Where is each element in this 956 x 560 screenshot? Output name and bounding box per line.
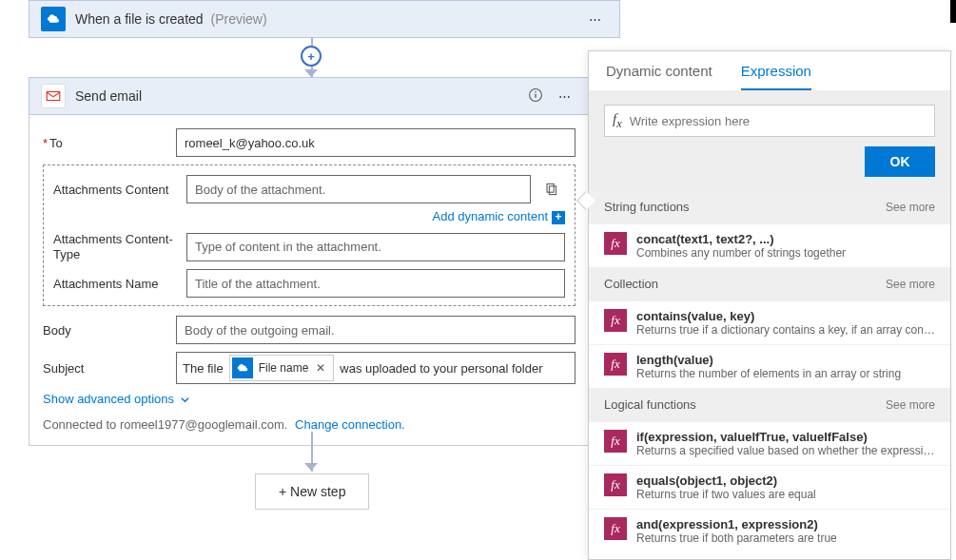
- svg-rect-4: [547, 183, 554, 192]
- expression-panel: Dynamic content Expression fx OK String …: [588, 50, 951, 560]
- onedrive-icon: [232, 357, 253, 378]
- change-connection-link[interactable]: Change connection.: [295, 417, 405, 432]
- function-description: Returns a specified value based on wheth…: [636, 444, 935, 457]
- function-category-header: CollectionSee more: [589, 267, 950, 300]
- connection-info: Connected to romeel1977@googlemail.com. …: [43, 417, 576, 432]
- function-signature: length(value): [636, 353, 935, 367]
- fx-icon: fx: [604, 353, 627, 376]
- tab-dynamic-content[interactable]: Dynamic content: [606, 63, 712, 90]
- add-step-badge[interactable]: +: [301, 46, 322, 67]
- see-more-link[interactable]: See more: [886, 278, 935, 291]
- panel-tabs: Dynamic content Expression: [589, 51, 950, 91]
- function-item[interactable]: fxlength(value)Returns the number of ele…: [589, 344, 950, 388]
- body-input[interactable]: [176, 316, 576, 344]
- action-card: Send email ⋯ *To Attachments Content: [29, 77, 590, 446]
- trigger-card: When a file is created (Preview) ⋯: [29, 0, 620, 38]
- function-description: Returns true if a dictionary contains a …: [636, 323, 935, 337]
- window-edge-stub: [950, 0, 956, 23]
- to-label: *To: [43, 136, 176, 150]
- category-name: String functions: [604, 200, 690, 214]
- att-name-label: Attachments Name: [53, 277, 186, 291]
- trigger-title: When a file is created (Preview): [75, 11, 583, 27]
- plus-icon: +: [552, 211, 565, 224]
- function-description: Combines any number of strings together: [636, 246, 935, 260]
- fx-icon: fx: [604, 517, 627, 540]
- info-icon[interactable]: [528, 87, 543, 106]
- gmail-icon: [41, 84, 66, 108]
- connector-arrow-2: [304, 463, 318, 471]
- function-item[interactable]: fxand(expression1, expression2)Returns t…: [589, 509, 950, 552]
- att-ctype-input[interactable]: [186, 233, 565, 261]
- token-remove-icon[interactable]: ✕: [314, 361, 327, 375]
- category-name: Collection: [604, 277, 658, 291]
- expression-input[interactable]: [630, 114, 927, 128]
- svg-rect-2: [535, 93, 536, 97]
- ok-button[interactable]: OK: [865, 146, 935, 177]
- connector-arrow-1: [304, 69, 318, 77]
- see-more-link[interactable]: See more: [886, 398, 935, 412]
- copy-icon[interactable]: [537, 175, 565, 203]
- svg-rect-5: [549, 186, 556, 195]
- svg-point-3: [535, 91, 537, 93]
- function-item[interactable]: fxif(expression, valueIfTrue, valueIfFal…: [589, 421, 950, 465]
- fx-icon: fx: [613, 111, 622, 131]
- att-content-label: Attachments Content: [53, 183, 186, 197]
- trigger-title-text: When a file is created: [75, 11, 204, 27]
- subject-label: Subject: [43, 361, 176, 376]
- token-label: File name: [259, 361, 309, 375]
- fx-icon: fx: [604, 473, 627, 496]
- function-signature: if(expression, valueIfTrue, valueIfFalse…: [636, 430, 935, 444]
- function-item[interactable]: fxconcat(text1, text2?, ...)Combines any…: [589, 223, 950, 267]
- function-signature: equals(object1, object2): [636, 473, 935, 488]
- to-input[interactable]: [176, 128, 576, 157]
- function-description: Returns true if both parameters are true: [636, 531, 935, 545]
- onedrive-icon: [41, 7, 66, 31]
- see-more-link[interactable]: See more: [886, 201, 935, 214]
- to-row: *To: [43, 128, 576, 157]
- function-item[interactable]: fxcontains(value, key)Returns true if a …: [589, 300, 950, 344]
- add-dynamic-content-link[interactable]: Add dynamic content+: [433, 209, 565, 223]
- subject-suffix: was uploaded to your personal folder: [340, 361, 542, 376]
- function-signature: and(expression1, expression2): [636, 517, 935, 531]
- function-list[interactable]: String functionsSee morefxconcat(text1, …: [589, 190, 950, 559]
- fx-icon: fx: [604, 232, 627, 255]
- trigger-more-menu[interactable]: ⋯: [583, 9, 608, 30]
- body-label: Body: [43, 323, 176, 338]
- function-description: Returns true if two values are equal: [636, 488, 935, 501]
- function-description: Returns the number of elements in an arr…: [636, 367, 935, 380]
- action-title: Send email: [75, 88, 528, 104]
- attachments-group: Attachments Content Add dynamic content+…: [43, 164, 576, 306]
- att-ctype-label: Attachments Content-Type: [53, 232, 186, 261]
- subject-prefix: The file: [183, 361, 224, 376]
- action-header[interactable]: Send email ⋯: [29, 77, 590, 115]
- new-step-button[interactable]: + New step: [255, 473, 369, 510]
- att-name-input[interactable]: [186, 269, 565, 298]
- trigger-header[interactable]: When a file is created (Preview) ⋯: [29, 0, 620, 38]
- function-item[interactable]: fxequals(object1, object2)Returns true i…: [589, 465, 950, 509]
- fx-icon: fx: [604, 309, 627, 332]
- function-category-header: Logical functionsSee more: [589, 388, 950, 421]
- category-name: Logical functions: [604, 397, 696, 412]
- expression-input-wrapper: fx: [604, 105, 935, 137]
- function-signature: contains(value, key): [636, 309, 935, 323]
- expression-input-area: fx OK: [589, 91, 950, 190]
- function-signature: concat(text1, text2?, ...): [636, 232, 935, 246]
- file-name-token[interactable]: File name ✕: [229, 355, 335, 381]
- function-category-header: String functionsSee more: [589, 190, 950, 223]
- trigger-title-suffix: (Preview): [211, 11, 267, 27]
- show-advanced-toggle[interactable]: Show advanced options: [43, 392, 190, 406]
- tab-expression[interactable]: Expression: [741, 63, 811, 90]
- att-content-input[interactable]: [186, 175, 531, 203]
- subject-input[interactable]: The file File name ✕ was uploaded to you…: [176, 352, 576, 384]
- fx-icon: fx: [604, 430, 627, 453]
- action-body: *To Attachments Content Add dynamic cont…: [29, 115, 590, 446]
- action-more-menu[interactable]: ⋯: [553, 86, 577, 107]
